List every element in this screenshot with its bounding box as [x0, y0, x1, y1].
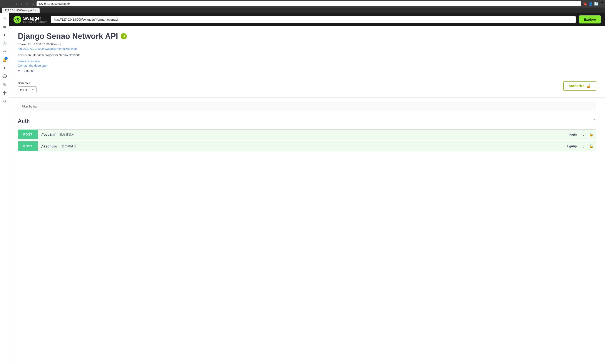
endpoints-list: POST /login/ 使用者登入 login ⌄ 🔒 POST /signu…	[18, 130, 596, 151]
tab-title: 127.0.0.1:8000/swagger/	[5, 9, 33, 12]
login-tag: login	[566, 133, 580, 136]
vpn-icon[interactable]: 🛡	[600, 2, 603, 6]
authorize-button[interactable]: Authorize 🔓	[563, 81, 596, 91]
api-description: This is an interview project for Senao N…	[18, 53, 596, 57]
login-description: 使用者登入	[59, 132, 566, 136]
schemes-label: Schemes	[18, 81, 37, 85]
sidebar-icon-mastodon[interactable]: 🐘	[1, 81, 8, 88]
swagger-logo-icon: {/}	[14, 16, 21, 24]
notifications-badge: 2	[5, 57, 8, 60]
swagger-logo-sub: Supported by SMARTBEAR	[23, 21, 47, 23]
collapse-icon: ⌃	[593, 118, 596, 123]
swagger-url-input[interactable]	[51, 16, 576, 23]
history-forward-button[interactable]: »	[20, 2, 24, 6]
home-button[interactable]: ⌂	[31, 2, 35, 6]
sidebar-icon-star[interactable]: ★	[1, 65, 8, 71]
browser-chrome: ← → « » ↻ ⌂ 🔖 👤 🔄 🛡	[0, 0, 605, 8]
lock-icon: 🔓	[586, 84, 591, 88]
app-layout: ☆ ⊞ ⬇ 🕐 ✏ 🔔 2 ★ 💬 🐘 ➕ ⚙ {/} Swagger Supp…	[0, 13, 605, 364]
sidebar-icon-history[interactable]: 🕐	[1, 40, 8, 47]
api-spec-link[interactable]: http://127.0.0.1:8000/swagger/?format=op…	[18, 47, 596, 50]
sidebar-icon-download[interactable]: ⬇	[1, 31, 8, 39]
sidebar-icon-edit[interactable]: ✏	[1, 48, 8, 55]
swagger-header: {/} Swagger Supported by SMARTBEAR Explo…	[9, 13, 605, 26]
filter-section	[9, 98, 605, 115]
auth-section: Auth ⌃ POST /login/ 使用者登入 login ⌄ 🔒 POST…	[18, 115, 596, 151]
active-tab[interactable]: 127.0.0.1:8000/swagger/ ✕	[2, 8, 40, 13]
auth-section-title: Auth	[18, 118, 30, 124]
tab-bar: 127.0.0.1:8000/swagger/ ✕	[0, 8, 605, 13]
browser-toolbar-icons: 🔖 👤 🔄 🛡	[583, 2, 603, 6]
content-area: {/} Swagger Supported by SMARTBEAR Explo…	[9, 13, 605, 364]
reload-button[interactable]: ↻	[25, 2, 29, 6]
sidebar: ☆ ⊞ ⬇ 🕐 ✏ 🔔 2 ★ 💬 🐘 ➕ ⚙	[0, 13, 9, 364]
swagger-logo-text: Swagger Supported by SMARTBEAR	[23, 16, 47, 23]
signup-lock-icon: 🔒	[587, 144, 596, 148]
api-base-url: [ Base URL: 127.0.0.1:8000/auth ]	[18, 43, 596, 46]
signup-method-badge: POST	[18, 141, 38, 151]
address-bar[interactable]	[37, 1, 581, 6]
explore-button[interactable]: Explore	[579, 15, 601, 24]
signup-endpoint-row[interactable]: POST /signup/ 使用者註冊 signup ⌄ 🔒	[18, 141, 596, 151]
login-path: /login/	[38, 132, 59, 137]
api-title: Django Senao Network API	[18, 32, 118, 41]
login-endpoint-row[interactable]: POST /login/ 使用者登入 login ⌄ 🔒	[18, 130, 596, 139]
sidebar-icon-settings[interactable]: ⚙	[1, 98, 8, 104]
schemes-section: Schemes HTTP HTTPS Authorize 🔓	[9, 77, 605, 98]
api-title-row: Django Senao Network API v1	[18, 32, 596, 41]
signup-description: 使用者註冊	[61, 144, 563, 148]
swagger-logo: {/} Swagger Supported by SMARTBEAR	[14, 16, 47, 24]
api-info-section: Django Senao Network API v1 [ Base URL: …	[9, 26, 605, 77]
sidebar-icon-comment[interactable]: 💬	[1, 73, 8, 80]
api-version-badge: v1	[121, 33, 127, 39]
signup-tag: signup	[563, 144, 580, 148]
terms-of-service-link[interactable]: Terms of service	[18, 60, 596, 63]
swagger-logo-title: Swagger	[23, 16, 47, 21]
login-chevron-icon: ⌄	[580, 132, 587, 137]
history-back-button[interactable]: «	[15, 2, 18, 6]
login-lock-icon: 🔒	[587, 132, 596, 137]
authorize-label: Authorize	[568, 84, 585, 88]
sidebar-icon-grid[interactable]: ⊞	[1, 23, 8, 30]
signup-chevron-icon: ⌄	[580, 144, 587, 148]
bookmarks-icon[interactable]: 🔖	[583, 2, 587, 6]
contact-developer-link[interactable]: Contact the developer	[18, 64, 596, 67]
filter-input[interactable]	[18, 102, 596, 111]
sidebar-icon-addons[interactable]: ➕	[1, 89, 8, 96]
sidebar-icon-bookmark[interactable]: ☆	[1, 15, 8, 22]
tab-close-button[interactable]: ✕	[35, 9, 37, 12]
back-button[interactable]: ←	[2, 2, 7, 6]
sidebar-icon-notifications[interactable]: 🔔 2	[1, 56, 8, 63]
schemes-select[interactable]: HTTP HTTPS	[18, 86, 37, 93]
user-icon[interactable]: 👤	[589, 2, 593, 6]
api-license: MIT License	[18, 69, 596, 73]
forward-button[interactable]: →	[8, 2, 13, 6]
login-method-badge: POST	[18, 130, 38, 139]
api-links: Terms of service Contact the developer	[18, 60, 596, 67]
schemes-left: Schemes HTTP HTTPS	[18, 81, 37, 93]
signup-path: /signup/	[38, 144, 61, 148]
auth-header[interactable]: Auth ⌃	[18, 115, 596, 127]
refresh-update-icon[interactable]: 🔄	[594, 2, 598, 6]
